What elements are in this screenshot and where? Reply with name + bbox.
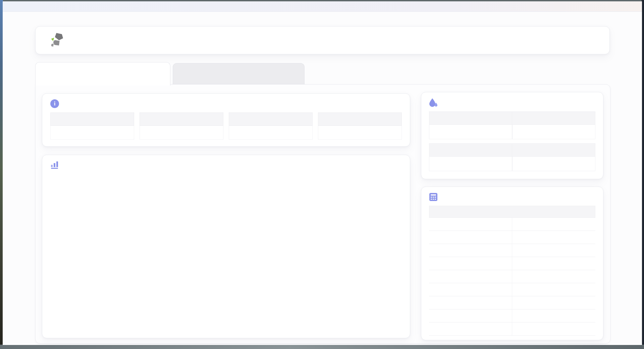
patient-id-value xyxy=(229,126,313,140)
patient-cell xyxy=(512,244,595,257)
shear-cell xyxy=(429,309,512,322)
viscosity-shear-chart xyxy=(46,174,408,336)
diastolic-header xyxy=(512,111,595,125)
odi-header xyxy=(512,143,595,157)
shear-cell xyxy=(429,283,512,296)
ubiosis-logo xyxy=(50,33,70,48)
shear-cell xyxy=(429,218,512,231)
column-header xyxy=(229,112,313,126)
header-card xyxy=(35,26,610,54)
hematocrit-value xyxy=(318,126,402,140)
app-window: i xyxy=(3,1,642,345)
table-row xyxy=(429,257,595,270)
patient-cell xyxy=(512,322,595,335)
patient-cell xyxy=(512,283,595,296)
window-titlebar xyxy=(3,1,642,12)
todi-value xyxy=(429,157,512,171)
blood-viscosity-card xyxy=(421,92,603,179)
file-info-card: i xyxy=(42,93,410,147)
file-info-col-hematocrit xyxy=(318,112,402,140)
shear-cell xyxy=(429,296,512,309)
patient-cell xyxy=(512,218,595,231)
blood-drops-icon xyxy=(429,98,438,107)
shear-cell xyxy=(429,244,512,257)
ubiosis-logo-icon xyxy=(50,33,67,48)
table-row xyxy=(429,218,595,231)
shear-cell xyxy=(429,231,512,244)
info-icon: i xyxy=(50,99,59,108)
table-row-highlighted xyxy=(429,296,595,309)
patient-cell xyxy=(512,309,595,322)
patient-cell xyxy=(512,257,595,270)
systolic-value xyxy=(429,125,512,139)
column-header xyxy=(50,112,134,126)
desktop-edge-right xyxy=(642,0,644,349)
column-header xyxy=(318,112,402,126)
patient-cell xyxy=(512,231,595,244)
tab-raw-data[interactable] xyxy=(173,63,305,85)
tab-result[interactable] xyxy=(35,62,170,86)
shear-cell xyxy=(429,270,512,283)
todi-header xyxy=(429,143,512,157)
file-info-col-assembly xyxy=(140,112,223,140)
table-row xyxy=(429,283,595,296)
shear-viscosity-card xyxy=(421,187,603,340)
shear-rate-column-header xyxy=(429,206,512,217)
file-info-col-patient-id xyxy=(229,112,313,140)
table-row xyxy=(429,322,595,336)
patient-cell xyxy=(512,296,595,309)
shear-viscosity-table xyxy=(429,206,595,336)
desktop-edge-bottom xyxy=(0,345,644,349)
odi-value xyxy=(512,157,595,171)
systolic-header xyxy=(429,111,512,125)
table-row xyxy=(429,244,595,257)
systolic-diastolic-headers xyxy=(429,111,595,139)
bar-chart-icon xyxy=(50,160,60,169)
shear-cell xyxy=(429,257,512,270)
table-header-row xyxy=(429,206,595,218)
table-row xyxy=(429,309,595,322)
diastolic-value xyxy=(512,125,595,139)
column-header xyxy=(140,112,223,126)
calculator-icon xyxy=(429,193,438,201)
assembly-value xyxy=(140,126,223,140)
patient-cell xyxy=(512,270,595,283)
table-row xyxy=(429,270,595,283)
file-info-col-scanning-date xyxy=(50,112,134,140)
viscosity-graph-card xyxy=(42,155,410,338)
scanning-date-value xyxy=(50,126,134,140)
todi-odi-headers xyxy=(429,143,595,171)
file-info-table xyxy=(50,112,402,140)
patient-column-header xyxy=(512,206,595,217)
table-row-highlighted xyxy=(429,231,595,244)
shear-cell xyxy=(429,322,512,335)
